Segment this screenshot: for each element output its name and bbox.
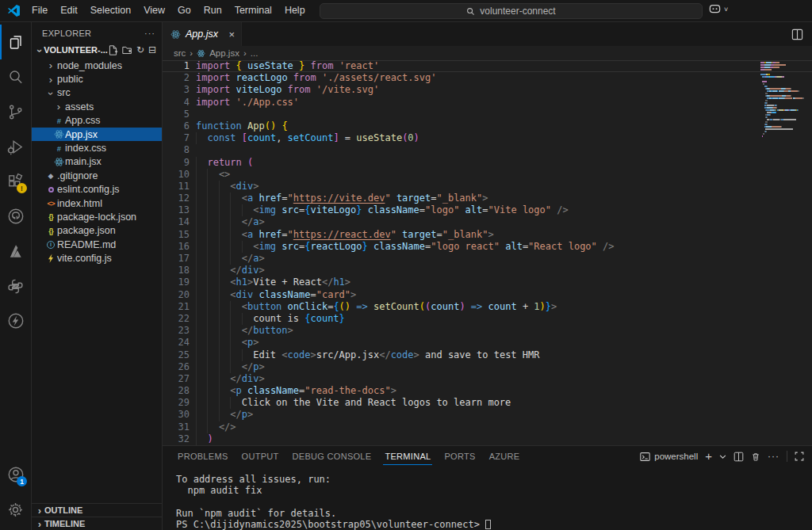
outline-section[interactable]: › OUTLINE [32,503,162,517]
tree-item-eslint.config.js[interactable]: eslint.config.js [32,183,162,196]
tree-item-index.css[interactable]: #index.css [32,141,162,154]
tree-item-main.jsx[interactable]: main.jsx [32,155,162,169]
divider [787,451,787,462]
line-number: 26 [163,361,190,373]
file-label: README.md [57,239,116,250]
tree-item-.gitignore[interactable]: ◆.gitignore [32,169,162,182]
breadcrumb-item-symbol[interactable]: ... [251,48,259,58]
code-text: <p> [190,337,259,349]
project-root-label: VOLUNTEER-... [44,45,108,55]
panel-tab-debug-console[interactable]: DEBUG CONSOLE [291,448,373,465]
activity-extensions-icon[interactable]: ! [0,164,31,199]
panel-tab-ports[interactable]: PORTS [442,448,477,465]
accounts-badge: 1 [17,476,27,486]
powershell-icon [640,452,650,462]
new-terminal-icon[interactable]: + [705,452,712,460]
tree-item-node_modules[interactable]: ›node_modules [32,59,162,72]
tree-item-assets[interactable]: ›assets [32,100,162,113]
line-number: 10 [163,169,190,181]
split-terminal-icon[interactable] [733,452,744,462]
new-file-icon[interactable] [108,45,118,55]
new-folder-icon[interactable] [122,45,132,55]
breadcrumb-item-src[interactable]: src [174,48,186,58]
activity-search-icon[interactable] [0,59,31,94]
code-text: import viteLogo from '/vite.svg' [190,84,379,96]
more-actions-icon[interactable]: ··· [768,451,779,462]
terminal-output[interactable]: To address all issues, run: npm audit fi… [163,467,812,530]
activity-settings-icon[interactable] [0,492,31,527]
line-number: 6 [163,120,190,132]
line-number: 17 [163,253,190,265]
close-tab-icon[interactable]: × [228,29,235,40]
activity-source-control-icon[interactable] [0,94,31,129]
panel-tab-azure[interactable]: AZURE [488,448,522,465]
maximize-panel-icon[interactable] [795,452,804,461]
explorer-more-icon[interactable]: ··· [144,29,155,38]
react-file-icon [170,29,181,40]
code-text: count is {count} [190,313,345,325]
tab-appjsx[interactable]: App.jsx × [163,22,242,46]
copilot-button[interactable]: ˅ [708,3,728,15]
tree-item-App.jsx[interactable]: App.jsx [32,128,162,141]
timeline-section[interactable]: › TIMELINE [32,517,162,530]
line-number: 5 [163,109,190,120]
panel-tab-output[interactable]: OUTPUT [240,448,281,465]
code-text: <p className="read-the-docs"> [190,385,396,397]
vscode-logo-icon [7,4,21,17]
tree-item-vite.config.js[interactable]: vite.config.js [32,251,162,265]
chevron-down-icon[interactable] [719,453,726,460]
line-number: 8 [163,144,190,156]
menu-file[interactable]: File [25,0,54,21]
code-editor[interactable]: 1import { useState } from 'react'2import… [163,60,812,445]
tree-item-package-lock.json[interactable]: {}package-lock.json [32,210,162,223]
breadcrumb[interactable]: src › App.jsx › ... [163,46,812,60]
code-line-23: 23</button> [163,325,812,337]
eslint-file-icon [44,187,57,193]
line-number: 13 [163,204,190,216]
tree-item-README.md[interactable]: iREADME.md [32,238,162,251]
code-line-7: 7const [count, setCount] = useState(0) [163,132,812,144]
refresh-icon[interactable]: ↻ [136,44,144,55]
code-line-3: 3import viteLogo from '/vite.svg' [163,84,812,96]
panel-tab-terminal[interactable]: TERMINAL [383,448,432,465]
kill-terminal-icon[interactable] [751,452,760,462]
tree-item-public[interactable]: ›public [32,72,162,86]
activity-accounts-icon[interactable]: 1 [0,457,31,492]
menu-selection[interactable]: Selection [84,0,137,21]
tree-item-index.html[interactable]: <>index.html [32,196,162,210]
line-number: 12 [163,193,190,204]
terminal-profile[interactable]: powershell [640,452,698,462]
activity-azure-icon[interactable] [0,234,31,269]
terminal-prompt[interactable]: PS C:\dijidynamics2025\bootstrap05\volun… [176,519,812,530]
activity-explorer-icon[interactable] [0,25,31,59]
menu-run[interactable]: Run [197,0,228,21]
search-icon [466,7,475,16]
file-label: eslint.config.js [57,184,120,195]
menu-go[interactable]: Go [171,0,197,21]
tree-item-src[interactable]: ›src [32,86,162,100]
menu-edit[interactable]: Edit [54,0,84,21]
minimap[interactable] [760,62,808,138]
command-center-value: volunteer-connect [480,6,555,17]
code-text: </a> [190,253,265,265]
activity-github-icon[interactable] [0,199,31,234]
chevron-right-icon: › [35,505,44,517]
json-file-icon: {} [44,212,57,221]
panel-tab-problems[interactable]: PROBLEMS [176,448,230,465]
menu-terminal[interactable]: Terminal [228,0,278,21]
code-text: import { useState } from 'react' [190,60,379,72]
collapse-all-icon[interactable]: ⊟ [148,44,156,55]
activity-python-icon[interactable] [0,269,31,303]
breadcrumb-item-file[interactable]: App.jsx [209,48,239,58]
project-root-row[interactable]: › VOLUNTEER-... ↻ ⊟ [32,41,162,59]
file-label: assets [65,101,94,112]
command-center-search[interactable]: volunteer-connect [320,3,703,19]
menu-help[interactable]: Help [278,0,312,21]
tree-item-package.json[interactable]: {}package.json [32,224,162,238]
activity-run-debug-icon[interactable] [0,129,31,164]
code-line-10: 10<> [163,169,812,181]
tree-item-App.css[interactable]: #App.css [32,114,162,128]
activity-thunder-client-icon[interactable] [0,303,31,338]
menu-view[interactable]: View [137,0,171,21]
split-editor-icon[interactable] [791,29,803,40]
